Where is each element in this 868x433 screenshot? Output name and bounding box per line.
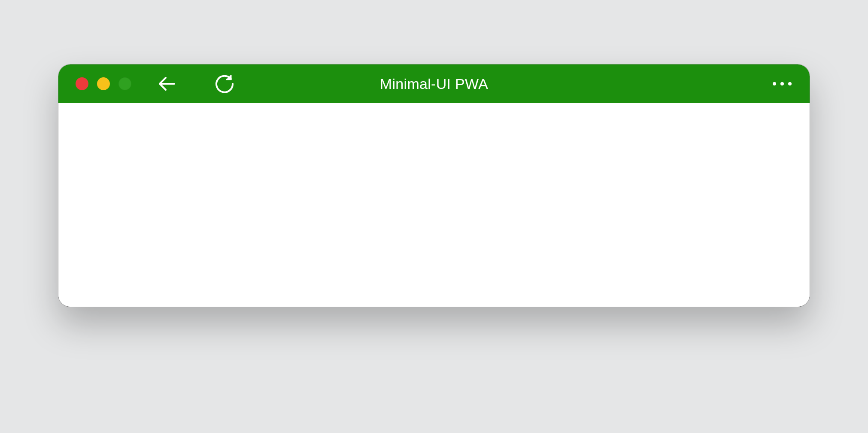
content-area bbox=[58, 103, 810, 307]
window-title: Minimal-UI PWA bbox=[380, 76, 488, 92]
minimize-button[interactable] bbox=[97, 77, 110, 90]
app-window: Minimal-UI PWA bbox=[58, 64, 810, 307]
more-options-icon bbox=[773, 82, 792, 85]
titlebar: Minimal-UI PWA bbox=[58, 64, 810, 103]
nav-controls bbox=[157, 73, 235, 94]
reload-icon bbox=[215, 74, 234, 94]
maximize-button[interactable] bbox=[118, 77, 131, 90]
close-button[interactable] bbox=[76, 77, 88, 90]
more-options-button[interactable] bbox=[772, 73, 792, 94]
window-controls bbox=[76, 77, 131, 90]
arrow-left-icon bbox=[157, 73, 178, 94]
reload-button[interactable] bbox=[214, 73, 235, 94]
back-button[interactable] bbox=[157, 73, 178, 94]
